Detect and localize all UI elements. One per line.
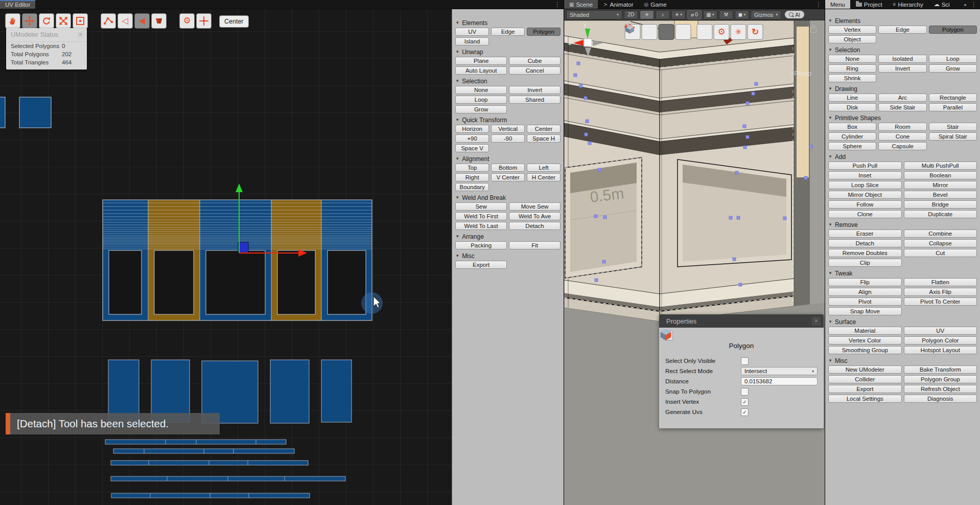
add-umodeler-cube-button[interactable] [697,24,713,40]
generate-uvs-checkbox[interactable]: ✓ [741,408,749,416]
tab-uv-editor[interactable]: UV Editor [0,0,35,9]
boundary-button[interactable]: Boundary [455,183,489,191]
tab-hierarchy[interactable]: ≡ Hierarchy [888,0,928,9]
material-button[interactable]: Material [828,327,902,335]
tab-services[interactable]: ☁ Sci [929,0,951,9]
select-only-visible-checkbox[interactable] [741,357,749,365]
spiral-stair-button[interactable]: Spiral Stair [929,132,977,141]
section-header-surface[interactable]: ▼Surface [825,317,980,327]
cut-button[interactable]: Cut [904,249,977,257]
camera-settings-button[interactable]: ◼▾ [735,10,749,19]
90-button[interactable]: -90 [491,134,525,143]
component-tools-button[interactable]: ⚒ [719,10,733,19]
fit-button[interactable]: Fit [509,241,561,249]
section-header-elements[interactable]: ▼Elements [825,16,980,26]
move-sew-button[interactable]: Move Sew [509,202,561,211]
align-button[interactable]: Align [828,288,902,296]
sphere-button[interactable]: Sphere [828,142,876,150]
flatten-button[interactable]: Flatten [904,278,977,286]
section-header-unwrap[interactable]: ▼Unwrap [452,47,564,57]
section-header-alignment[interactable]: ▼Alignment [452,154,564,164]
weld-to-last-button[interactable]: Weld To Last [455,222,507,230]
clip-button[interactable]: Clip [828,259,902,267]
perspective-mode-label[interactable]: ‹ Persp [790,70,811,77]
more-tabs-arrow-icon[interactable]: ▸ [963,0,968,9]
section-header-misc[interactable]: ▼Misc [825,356,980,365]
loop-button[interactable]: Loop [455,96,507,104]
vertical-button[interactable]: Vertical [491,125,525,133]
bake-transform-button[interactable]: Bake Transform [904,365,977,374]
new-umodeler-button[interactable]: New UModeler [828,365,902,374]
snap-star-button[interactable]: ✳ [731,24,746,40]
horizon-button[interactable]: Horizon [455,125,489,133]
section-header-selection[interactable]: ▼Selection [452,76,564,86]
section-header-drawing[interactable]: ▼Drawing [825,84,980,94]
v-center-button[interactable]: V Center [491,173,525,181]
none-button[interactable]: None [828,55,876,63]
rotate-tool-button[interactable] [39,13,54,29]
loop-button[interactable]: Loop [929,55,977,63]
tab-animator[interactable]: ≻ Animator [598,0,638,9]
bridge-button[interactable]: Bridge [904,200,977,209]
status-close-icon[interactable]: ✕ [77,32,84,38]
insert-vertex-checkbox[interactable]: ✓ [741,398,749,406]
left-button[interactable]: Left [527,164,561,172]
section-header-remove[interactable]: ▼Remove [825,220,980,229]
stair-button[interactable]: Stair [929,123,977,131]
weld-to-ave-button[interactable]: Weld To Ave [509,212,561,220]
polygon-group-button[interactable]: Polygon Group [904,375,977,383]
grow-button[interactable]: Grow [455,105,507,113]
pan-hand-button[interactable] [5,13,20,29]
pivot-to-center-button[interactable]: Pivot To Center [904,297,977,306]
lock-icon[interactable] [810,28,816,33]
shared-button[interactable]: Shared [509,96,561,104]
detach-button[interactable]: Detach [828,239,902,247]
grow-button[interactable]: Grow [929,64,977,73]
arc-button[interactable]: Arc [878,94,926,102]
bevel-button[interactable]: Bevel [904,191,977,199]
parallel-button[interactable]: Parallel [929,103,977,111]
polygon-color-button[interactable]: Polygon Color [904,336,977,345]
scene-search-input[interactable]: Al [785,11,804,18]
cube-button[interactable]: Cube [509,57,561,65]
duplicate-button[interactable]: Duplicate [904,210,977,218]
collapse-button[interactable]: Collapse [904,239,977,247]
room-button[interactable]: Room [878,123,926,131]
object-button[interactable]: Object [828,35,876,43]
shrink-button[interactable]: Shrink [828,74,876,82]
export-button[interactable]: Export [455,261,507,269]
loop-slice-button[interactable]: Loop Slice [828,181,902,189]
multi-pushpull-button[interactable]: Multi PushPull [904,162,977,170]
flip-button[interactable]: Flip [828,278,902,286]
uv-button[interactable]: UV [904,327,977,335]
tab-menu[interactable]: Menu [825,0,850,9]
cone-button[interactable]: Cone [878,132,926,141]
remove-doubles-button[interactable]: Remove Doubles [828,249,902,257]
section-header-misc[interactable]: ▼Misc [452,251,564,261]
shading-mode-dropdown[interactable]: Shaded ▾ [566,10,622,19]
section-header-arrange[interactable]: ▼Arrange [452,232,564,241]
object-mode-cube-button[interactable] [675,24,691,40]
section-header-primitive-shapes[interactable]: ▼Primitive Shapes [825,113,980,123]
vertex-button[interactable]: Vertex [828,26,876,34]
reset-rotate-button[interactable]: ↻ [748,24,763,40]
right-button[interactable]: Right [455,173,489,181]
properties-titlebar[interactable]: Properties ✕ [659,314,824,328]
snap-move-button[interactable]: Snap Move [828,307,902,315]
snap-to-polygon-checkbox[interactable] [741,388,749,396]
settings-gear-button[interactable]: ⚙ [179,13,195,29]
packing-button[interactable]: Packing [455,241,507,249]
smoothing-group-button[interactable]: Smoothing Group [828,346,902,354]
island-button[interactable]: Island [455,37,489,45]
disk-button[interactable]: Disk [828,103,876,111]
combine-button[interactable]: Combine [904,229,977,238]
section-header-tweak[interactable]: ▼Tweak [825,268,980,278]
box-button[interactable]: Box [828,123,876,131]
edge-button[interactable]: Edge [491,28,525,36]
close-icon[interactable]: ✕ [812,317,821,326]
mirror-object-button[interactable]: Mirror Object [828,191,902,199]
effects-toggle-button[interactable]: ✶▾ [671,10,686,19]
center-button[interactable]: Center [219,15,249,28]
pivot-button[interactable]: Pivot [828,297,902,306]
rect-select-button[interactable] [73,13,88,29]
